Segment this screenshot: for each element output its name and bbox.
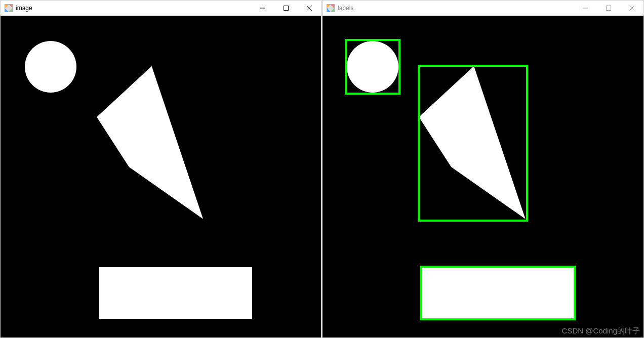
maximize-button[interactable] bbox=[274, 1, 298, 16]
maximize-button[interactable] bbox=[597, 1, 620, 16]
window-image: image bbox=[0, 0, 321, 338]
bbox-triangle bbox=[418, 65, 528, 222]
canvas-labels bbox=[323, 16, 643, 337]
window-labels: labels bbox=[322, 0, 644, 338]
close-button[interactable] bbox=[620, 1, 643, 16]
window-controls bbox=[251, 1, 321, 16]
titlebar-labels[interactable]: labels bbox=[323, 1, 643, 16]
canvas-image bbox=[1, 16, 321, 337]
svg-rect-6 bbox=[607, 6, 611, 11]
close-button[interactable] bbox=[298, 1, 321, 16]
maximize-icon bbox=[284, 6, 289, 11]
svg-rect-1 bbox=[284, 6, 289, 11]
app-icon bbox=[327, 4, 335, 12]
bbox-circle bbox=[345, 39, 400, 95]
maximize-icon bbox=[606, 6, 611, 11]
shape-rectangle bbox=[99, 267, 252, 319]
minimize-button[interactable] bbox=[251, 1, 274, 16]
app-icon bbox=[5, 4, 13, 12]
close-icon bbox=[307, 6, 312, 11]
bbox-rectangle bbox=[420, 266, 576, 320]
minimize-button[interactable] bbox=[574, 1, 597, 16]
close-icon bbox=[629, 6, 634, 11]
minimize-icon bbox=[260, 6, 265, 11]
minimize-icon bbox=[583, 6, 588, 11]
window-controls bbox=[574, 1, 643, 16]
titlebar-image[interactable]: image bbox=[1, 1, 321, 16]
window-title: labels bbox=[338, 5, 353, 12]
window-title: image bbox=[16, 5, 32, 12]
svg-marker-4 bbox=[97, 66, 203, 219]
